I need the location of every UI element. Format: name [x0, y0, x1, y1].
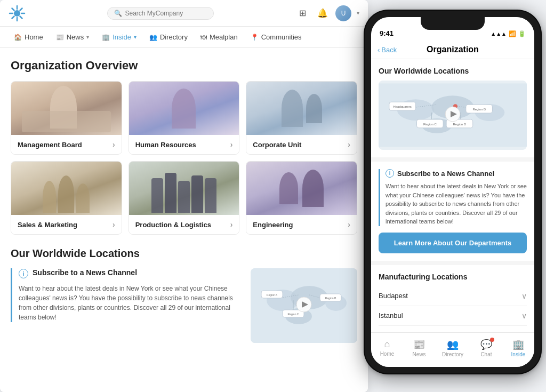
- org-card-label-eng: Engineering ›: [246, 215, 357, 234]
- org-card-mgmt[interactable]: Management Board ›: [11, 81, 122, 155]
- org-card-image-corp: [246, 82, 357, 135]
- search-box[interactable]: 🔍: [107, 7, 214, 20]
- avatar-chevron[interactable]: ▾: [357, 10, 359, 16]
- location-name-budapest: Budapest: [379, 292, 408, 300]
- org-card-image-hr: [129, 82, 239, 135]
- org-card-arrow-mgmt: ›: [113, 140, 115, 149]
- svg-line-8: [12, 16, 14, 18]
- org-grid: Management Board › Human Resources ›: [11, 81, 357, 235]
- subscribe-info-icon: i: [19, 269, 28, 278]
- org-card-image-sales: [11, 162, 122, 215]
- phone-locations-section: Manufacturing Locations Budapest ∨ Istan…: [371, 265, 534, 333]
- org-card-corp[interactable]: Corporate Unit ›: [246, 81, 357, 155]
- nav-item-news[interactable]: 📰 News ▾: [51, 30, 95, 44]
- desktop-app: 🔍 ⊞ 🔔 U ▾ 🏠 Home 📰 News ▾ 🏢 Inside ▾: [0, 0, 368, 392]
- org-card-text-corp: Corporate Unit: [253, 141, 301, 149]
- communities-icon: 📍: [251, 34, 259, 41]
- nav-label-home: Home: [25, 33, 43, 41]
- org-card-image-eng: [246, 162, 357, 215]
- phone-tab-news-icon: 📰: [413, 339, 425, 350]
- inside-icon: 🏢: [102, 34, 110, 41]
- app-header: 🔍 ⊞ 🔔 U ▾: [0, 0, 368, 27]
- phone-tab-directory-icon: 👥: [447, 339, 459, 350]
- subscribe-title: Subscribe to a News Channel: [33, 268, 137, 277]
- app-logo[interactable]: [9, 5, 26, 22]
- phone-subscribe-text: Want to hear about the latest deals in N…: [386, 182, 527, 226]
- notification-icon[interactable]: 🔔: [315, 6, 330, 21]
- locations-section-title: Our Worldwide Locations: [11, 247, 357, 260]
- nav-item-mealplan[interactable]: 🍽 Mealplan: [195, 30, 243, 44]
- phone-tab-home-icon: ⌂: [384, 339, 390, 350]
- phone-tab-home[interactable]: ⌂ Home: [374, 337, 400, 359]
- search-icon: 🔍: [114, 10, 122, 17]
- svg-point-0: [14, 10, 20, 17]
- location-chevron-istanbul: ∨: [521, 311, 527, 320]
- signal-icon: ▲▲▲: [491, 31, 507, 37]
- org-card-text-eng: Engineering: [253, 221, 293, 229]
- phone-tab-news[interactable]: 📰 News: [406, 337, 432, 359]
- org-card-prod[interactable]: Production & Logistics ›: [129, 161, 240, 235]
- back-chevron-icon: ‹: [378, 46, 380, 54]
- phone-tab-directory[interactable]: 👥 Directory: [438, 337, 468, 359]
- org-card-hr[interactable]: Human Resources ›: [129, 81, 240, 155]
- svg-text:Region B: Region B: [325, 297, 336, 300]
- org-card-arrow-corp: ›: [348, 140, 350, 149]
- nav-item-communities[interactable]: 📍 Communities: [245, 30, 307, 44]
- phone-page-title: Organization: [427, 45, 479, 54]
- nav-label-news: News: [67, 33, 84, 41]
- org-card-label-prod: Production & Logistics ›: [129, 215, 239, 234]
- org-card-arrow-prod: ›: [230, 220, 233, 229]
- grid-icon[interactable]: ⊞: [295, 6, 310, 21]
- phone-map-title: Our Worldwide Locations: [379, 67, 527, 75]
- org-card-label-corp: Corporate Unit ›: [246, 135, 357, 154]
- phone-info-icon: i: [386, 169, 394, 178]
- user-avatar[interactable]: U: [335, 5, 351, 21]
- phone-tab-inside[interactable]: 🏢 Inside: [505, 337, 532, 359]
- locations-section: i Subscribe to a News Channel Want to he…: [11, 268, 357, 343]
- status-icons: ▲▲▲ 📶 🔋: [491, 30, 526, 37]
- svg-text:Region A: Region A: [267, 293, 278, 297]
- nav-item-directory[interactable]: 👥 Directory: [144, 30, 193, 44]
- org-card-label-sales: Sales & Marketing ›: [11, 215, 122, 234]
- svg-line-6: [20, 16, 22, 18]
- page-title: Organization Overview: [11, 59, 357, 73]
- subscribe-container: i Subscribe to a News Channel Want to he…: [11, 268, 240, 322]
- org-card-text-mgmt: Management Board: [18, 141, 82, 149]
- inside-chevron-icon: ▾: [134, 34, 136, 40]
- phone-tab-home-label: Home: [380, 351, 395, 357]
- org-card-sales[interactable]: Sales & Marketing ›: [11, 161, 122, 235]
- nav-label-mealplan: Mealplan: [210, 33, 238, 41]
- phone-subscribe-title: Subscribe to a News Channel: [397, 170, 494, 178]
- subscribe-header-row: i Subscribe to a News Channel: [19, 268, 240, 278]
- header-icons: ⊞ 🔔 U ▾: [295, 5, 359, 21]
- org-card-text-hr: Human Resources: [135, 141, 196, 149]
- location-item-budapest[interactable]: Budapest ∨: [379, 286, 527, 306]
- phone-tab-news-label: News: [412, 351, 425, 357]
- mobile-phone: 9:41 ▲▲▲ 📶 🔋 ‹ Back Organization: [365, 11, 541, 373]
- phone-notch: [421, 17, 485, 30]
- svg-text:Headquarers: Headquarers: [394, 105, 412, 108]
- nav-item-inside[interactable]: 🏢 Inside ▾: [97, 30, 142, 44]
- nav-item-home[interactable]: 🏠 Home: [9, 30, 49, 44]
- phone-subscribe-border: i Subscribe to a News Channel Want to he…: [379, 169, 527, 226]
- search-input[interactable]: [125, 10, 207, 17]
- nav-label-directory: Directory: [160, 33, 188, 41]
- phone-back-button[interactable]: ‹ Back: [378, 46, 397, 54]
- nav-label-communities: Communities: [261, 33, 302, 41]
- nav-label-inside: Inside: [113, 33, 131, 41]
- location-item-istanbul[interactable]: Istanbul ∨: [379, 306, 527, 326]
- phone-content: Our Worldwide Locations: [371, 59, 534, 332]
- phone-screen: 9:41 ▲▲▲ 📶 🔋 ‹ Back Organization: [371, 17, 534, 367]
- phone-tab-chat[interactable]: 💬 Chat: [473, 337, 500, 359]
- svg-line-7: [20, 8, 22, 10]
- org-card-arrow-sales: ›: [113, 220, 115, 229]
- location-name-istanbul: Istanbul: [379, 311, 403, 319]
- phone-tab-directory-label: Directory: [442, 351, 463, 357]
- org-card-eng[interactable]: Engineering ›: [246, 161, 357, 235]
- phone-cta-button[interactable]: Learn More About Our Departments: [379, 233, 527, 253]
- header-right: ⊞ 🔔 U ▾: [295, 5, 359, 21]
- desktop-map: Region A Region B Region C: [251, 268, 357, 343]
- battery-icon: 🔋: [518, 30, 526, 37]
- phone-subscribe-section: i Subscribe to a News Channel Want to he…: [371, 162, 534, 261]
- status-time: 9:41: [380, 29, 394, 37]
